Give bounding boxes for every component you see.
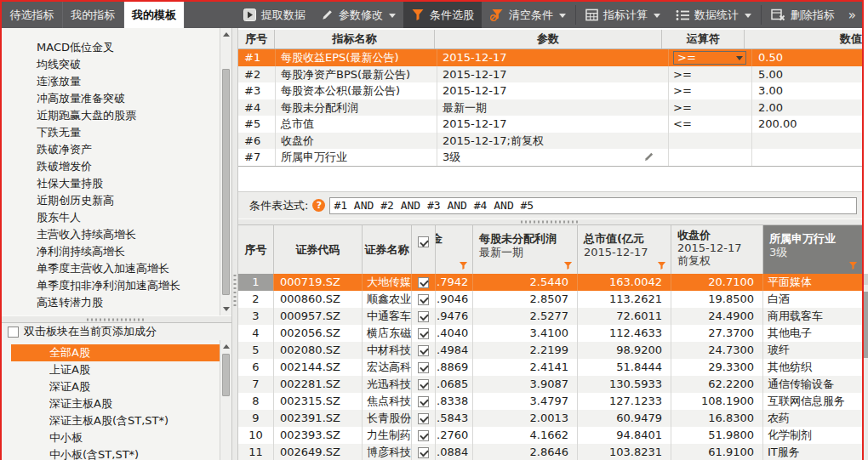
criteria-operator-dropdown[interactable]: <=: [669, 116, 752, 133]
modify-params-button[interactable]: 参数修改: [313, 2, 403, 28]
delete-indicator-button[interactable]: 删除指标: [763, 2, 842, 28]
template-list-item[interactable]: 高送转潜力股: [2, 294, 220, 311]
select-all-checkbox[interactable]: [418, 236, 429, 247]
extract-data-button[interactable]: 提取数据: [236, 2, 313, 28]
row-checkbox[interactable]: [418, 379, 429, 390]
expression-input[interactable]: [329, 197, 857, 214]
filter-funnel-icon[interactable]: [563, 261, 573, 270]
template-list-item[interactable]: 近期跑赢大盘的股票: [2, 107, 220, 124]
help-icon[interactable]: ?: [312, 199, 325, 212]
tab-my-indicators[interactable]: 我的指标: [63, 2, 124, 28]
tab-my-templates[interactable]: 我的模板: [124, 2, 186, 28]
criteria-operator-dropdown[interactable]: >=: [669, 82, 752, 99]
col-header-seq[interactable]: 序号: [238, 225, 274, 274]
col-header-undistributed-profit[interactable]: 每股未分配利润 最新一期: [473, 225, 578, 274]
data-stats-button[interactable]: 数据统计: [668, 2, 759, 28]
result-row[interactable]: 1 000719.SZ 大地传媒 .7942 2.5440 163.0042 2…: [238, 274, 862, 291]
criteria-row[interactable]: #2 每股净资产BPS(最新公告) 2015-12-17 >= 5.00: [238, 66, 862, 83]
condition-select-button[interactable]: 条件选股: [403, 2, 482, 28]
template-list-item[interactable]: 近期创历史新高: [2, 192, 220, 209]
template-list-item[interactable]: 主营收入持续高增长: [2, 226, 220, 243]
scrollbar-thumb[interactable]: [222, 354, 230, 396]
template-list-scrollbar[interactable]: [220, 28, 231, 315]
col-header-close-price[interactable]: 收盘价 2015-12-17 前复权: [671, 225, 763, 274]
row-checkbox[interactable]: [418, 447, 429, 458]
block-list-item[interactable]: 深证主板A股: [11, 395, 220, 412]
filter-funnel-icon[interactable]: [848, 261, 858, 270]
main-vertical-splitter[interactable]: [231, 28, 238, 460]
row-checkbox[interactable]: [418, 328, 429, 339]
criteria-value[interactable]: 0.50: [752, 49, 862, 66]
criteria-param[interactable]: 2015-12-17;前复权: [437, 133, 669, 150]
row-checkbox[interactable]: [418, 311, 429, 322]
scrollbar-thumb[interactable]: [864, 292, 868, 358]
template-list-item[interactable]: 股东牛人: [2, 209, 220, 226]
criteria-param[interactable]: 2015-12-17: [437, 116, 669, 133]
col-header-stock-name[interactable]: 证券名称: [363, 225, 412, 274]
criteria-row[interactable]: #6 收盘价 2015-12-17;前复权: [238, 133, 862, 150]
indicator-calc-button[interactable]: 指标计算: [578, 2, 668, 28]
edit-pencil-icon[interactable]: [643, 151, 654, 162]
criteria-value[interactable]: [752, 149, 862, 166]
template-list-item[interactable]: 均线突破: [2, 56, 220, 73]
template-list-item[interactable]: 跌破增发价: [2, 158, 220, 175]
scroll-down-icon[interactable]: [220, 304, 231, 315]
result-row[interactable]: 8 002315.SZ 焦点科技 .8338 3.4797 127.1233 1…: [238, 393, 862, 410]
criteria-value[interactable]: 200.00: [752, 116, 862, 133]
result-row[interactable]: 3 000957.SZ 中通客车 .9476 2.5277 72.6011 24…: [238, 308, 862, 325]
row-checkbox[interactable]: [418, 294, 429, 305]
criteria-param[interactable]: 2015-12-17: [437, 66, 669, 83]
template-list-item[interactable]: 下跌无量: [2, 124, 220, 141]
template-list-item[interactable]: 净利润持续高增长: [2, 243, 220, 260]
block-list-item[interactable]: 深证A股: [11, 378, 220, 395]
block-list-item[interactable]: 中小板: [11, 429, 220, 446]
criteria-operator-dropdown[interactable]: [669, 133, 752, 150]
template-list-item[interactable]: 单季度扣非净利润加速高增长: [2, 277, 220, 294]
block-list-scrollbar[interactable]: [220, 340, 231, 460]
main-horizontal-splitter[interactable]: [238, 219, 862, 225]
criteria-param[interactable]: 3级: [437, 149, 669, 166]
criteria-value[interactable]: 3.00: [752, 82, 862, 99]
template-list-item[interactable]: 社保大量持股: [2, 175, 220, 192]
scroll-up-icon[interactable]: [864, 274, 868, 285]
criteria-operator-dropdown[interactable]: >=: [669, 66, 752, 83]
result-row[interactable]: 11 002649.SZ 博彦科技 .0884 2.8646 103.8231 …: [238, 444, 862, 460]
criteria-operator-dropdown[interactable]: >=: [669, 99, 752, 116]
criteria-row[interactable]: #1 每股收益EPS(最新公告) 2015-12-17 >= 0.50: [238, 49, 862, 66]
row-checkbox[interactable]: [418, 277, 429, 288]
col-header-market-cap[interactable]: 总市值(亿元 2015-12-17: [578, 225, 671, 274]
block-list-item[interactable]: 上证A股: [11, 361, 220, 378]
row-checkbox[interactable]: [418, 396, 429, 407]
scroll-up-icon[interactable]: [220, 29, 231, 40]
clear-conditions-button[interactable]: 清空条件: [482, 2, 574, 28]
template-list-item[interactable]: 跌破净资产: [2, 141, 220, 158]
criteria-row[interactable]: #3 每股资本公积(最新公告) 2015-12-17 >= 3.00: [238, 82, 862, 99]
block-list-item[interactable]: 中小板(含ST,ST*): [11, 446, 220, 460]
scrollbar-thumb[interactable]: [222, 69, 230, 295]
col-header-sw-industry[interactable]: 所属申万行业 3级: [763, 225, 862, 274]
left-panel-splitter[interactable]: [2, 315, 231, 323]
result-row[interactable]: 9 002391.SZ 长青股份 .5843 2.0013 60.9479 16…: [238, 410, 862, 427]
criteria-param[interactable]: 2015-12-17: [437, 82, 669, 99]
row-checkbox[interactable]: [418, 345, 429, 356]
criteria-value[interactable]: 2.00: [752, 99, 862, 116]
result-row[interactable]: 2 000860.SZ 顺鑫农业 .9046 2.8507 113.2621 1…: [238, 291, 862, 308]
col-header-clipped-column[interactable]: 金: [436, 225, 473, 274]
row-checkbox[interactable]: [418, 362, 429, 373]
criteria-row[interactable]: #7 所属申万行业 3级: [238, 149, 862, 166]
result-row[interactable]: 7 002281.SZ 光迅科技 .0685 3.9087 130.5933 6…: [238, 376, 862, 393]
template-list-item[interactable]: MACD低位金叉: [2, 39, 220, 56]
result-row[interactable]: 10 002393.SZ 力生制药 .2760 4.1662 94.8401 5…: [238, 427, 862, 444]
criteria-value[interactable]: 5.00: [752, 66, 862, 83]
criteria-param[interactable]: 2015-12-17: [437, 49, 669, 66]
template-list-item[interactable]: 冲高放量准备突破: [2, 90, 220, 107]
result-row[interactable]: 5 002080.SZ 中材科技 .4984 2.2199 98.9200 24…: [238, 342, 862, 359]
scroll-up-icon[interactable]: [220, 341, 231, 352]
criteria-row[interactable]: #5 总市值 2015-12-17 <= 200.00: [238, 116, 862, 133]
criteria-param[interactable]: 最新一期: [437, 99, 669, 116]
result-row[interactable]: 4 002056.SZ 横店东磁 .4040 3.4100 112.4633 2…: [238, 325, 862, 342]
block-list-item[interactable]: 全部A股: [11, 344, 220, 361]
toolbar-overflow-chevron-icon[interactable]: »: [842, 2, 862, 28]
template-list-item[interactable]: 连涨放量: [2, 73, 220, 90]
filter-funnel-icon[interactable]: [459, 261, 468, 270]
